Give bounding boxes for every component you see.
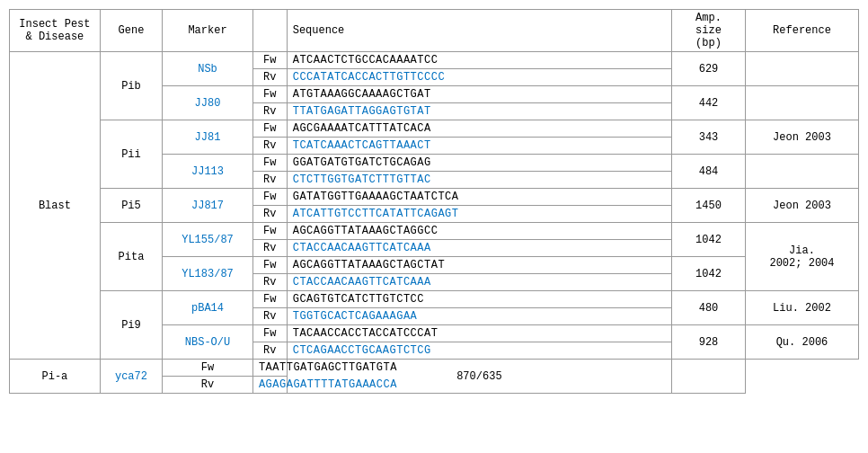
direction-cell: Rv — [163, 377, 253, 394]
amp-size-cell: 1042 — [672, 257, 746, 291]
direction-cell: Fw — [252, 223, 287, 240]
sequence-cell: AGAGAGATTTTATGAAACCA — [252, 377, 287, 394]
amp-size-cell: 1450 — [672, 189, 746, 223]
amp-size-cell: 442 — [672, 86, 746, 120]
direction-cell: Rv — [252, 274, 287, 291]
table-row: PiiJJ81FwAGCGAAAATCATTTATCACA343Jeon 200… — [10, 120, 859, 138]
direction-cell: Rv — [252, 342, 287, 360]
main-table: Insect Pest& Disease Gene Marker Sequenc… — [9, 9, 859, 394]
sequence-cell: CTCAGAACCTGCAAGTCTCG — [287, 342, 671, 360]
header-pest: Insect Pest& Disease — [10, 10, 101, 52]
sequence-cell: AGCGAAAATCATTTATCACA — [287, 120, 671, 138]
direction-cell: Fw — [252, 257, 287, 274]
direction-cell: Fw — [252, 155, 287, 172]
gene-cell: Pi-a — [10, 360, 101, 394]
sequence-cell: TAATTGATGAGCTTGATGTA — [252, 360, 287, 377]
sequence-cell: CTACCAACAAGTTCATCAAA — [287, 274, 671, 291]
sequence-cell: ATCATTGTCCTTCATATTCAGAGT — [287, 206, 671, 223]
marker-cell: JJ817 — [163, 189, 253, 223]
direction-cell: Rv — [252, 138, 287, 155]
direction-cell: Fw — [252, 291, 287, 308]
marker-cell: NSb — [163, 52, 253, 86]
direction-cell: Fw — [163, 360, 253, 377]
sequence-cell: TGGTGCACTCAGAAAGAA — [287, 308, 671, 325]
sequence-cell: AGCAGGTTATAAAGCTAGCTAT — [287, 257, 671, 274]
direction-cell: Rv — [252, 172, 287, 189]
table-row: Pi-ayca72FwTAATTGATGAGCTTGATGTA870/635 — [10, 360, 859, 377]
gene-cell: Pib — [100, 52, 162, 120]
direction-cell: Fw — [252, 120, 287, 138]
reference-cell: Jia. 2002; 2004 — [745, 223, 858, 291]
reference-cell — [745, 86, 858, 120]
marker-cell: yca72 — [100, 360, 162, 394]
amp-size-cell: 484 — [672, 155, 746, 189]
marker-cell: pBA14 — [163, 291, 253, 325]
table-row: PitaYL155/87FwAGCAGGTTATAAAGCTAGGCC1042J… — [10, 223, 859, 240]
gene-cell: Pii — [100, 120, 162, 189]
reference-cell: Liu. 2002 — [745, 291, 858, 325]
reference-cell — [745, 155, 858, 189]
header-amp-size: Amp.size(bp) — [672, 10, 746, 52]
amp-size-cell: 629 — [672, 52, 746, 86]
header-gene: Gene — [100, 10, 162, 52]
marker-cell: NBS-O/U — [163, 325, 253, 360]
gene-cell: Pi5 — [100, 189, 162, 223]
reference-cell — [672, 360, 746, 394]
sequence-cell: TACAACCACCTACCATCCCAT — [287, 325, 671, 342]
marker-cell: JJ81 — [163, 120, 253, 155]
table-row: Pi9pBA14FwGCAGTGTCATCTTGTCTCC480Liu. 200… — [10, 291, 859, 308]
amp-size-cell: 1042 — [672, 223, 746, 257]
sequence-cell: AGCAGGTTATAAAGCTAGGCC — [287, 223, 671, 240]
reference-cell: Jeon 2003 — [745, 189, 858, 223]
direction-cell: Rv — [252, 240, 287, 257]
sequence-cell: CTCTTGGTGATCTTTGTTAC — [287, 172, 671, 189]
header-sequence: Sequence — [287, 10, 671, 52]
sequence-cell: ATCAACTCTGCCACAAAATCC — [287, 52, 671, 69]
sequence-cell: TTATGAGATTAGGAGTGTAT — [287, 103, 671, 120]
marker-cell: YL183/87 — [163, 257, 253, 291]
table-row: BlastPibNSbFwATCAACTCTGCCACAAAATCC629 — [10, 52, 859, 69]
sequence-cell: GCAGTGTCATCTTGTCTCC — [287, 291, 671, 308]
gene-cell: Pita — [100, 223, 162, 291]
reference-cell: Jeon 2003 — [745, 120, 858, 155]
sequence-cell: ATGTAAAGGCAAAAGCTGAT — [287, 86, 671, 103]
direction-cell: Fw — [252, 52, 287, 69]
sequence-cell: CTACCAACAAGTTCATCAAA — [287, 240, 671, 257]
header-marker: Marker — [163, 10, 253, 52]
reference-cell: Qu. 2006 — [745, 325, 858, 360]
direction-cell: Rv — [252, 308, 287, 325]
reference-cell — [745, 52, 858, 86]
header-row: Insect Pest& Disease Gene Marker Sequenc… — [10, 10, 859, 52]
direction-cell: Rv — [252, 69, 287, 86]
pest-cell: Blast — [10, 52, 101, 360]
header-direction — [252, 10, 287, 52]
direction-cell: Rv — [252, 206, 287, 223]
direction-cell: Rv — [252, 103, 287, 120]
sequence-cell: GGATGATGTGATCTGCAGAG — [287, 155, 671, 172]
table-row: Pi5JJ817FwGATATGGTTGAAAAGCTAATCTCA1450Je… — [10, 189, 859, 206]
sequence-cell: CCCATATCACCACTTGTTCCCC — [287, 69, 671, 86]
direction-cell: Fw — [252, 189, 287, 206]
sequence-cell: GATATGGTTGAAAAGCTAATCTCA — [287, 189, 671, 206]
amp-size-cell: 343 — [672, 120, 746, 155]
sequence-cell: TCATCAAACTCAGTTAAACT — [287, 138, 671, 155]
marker-cell: YL155/87 — [163, 223, 253, 257]
gene-cell: Pi9 — [100, 291, 162, 360]
amp-size-cell: 480 — [672, 291, 746, 325]
marker-cell: JJ113 — [163, 155, 253, 189]
marker-cell: JJ80 — [163, 86, 253, 120]
direction-cell: Fw — [252, 325, 287, 342]
direction-cell: Fw — [252, 86, 287, 103]
amp-size-cell: 928 — [672, 325, 746, 360]
header-reference: Reference — [745, 10, 858, 52]
